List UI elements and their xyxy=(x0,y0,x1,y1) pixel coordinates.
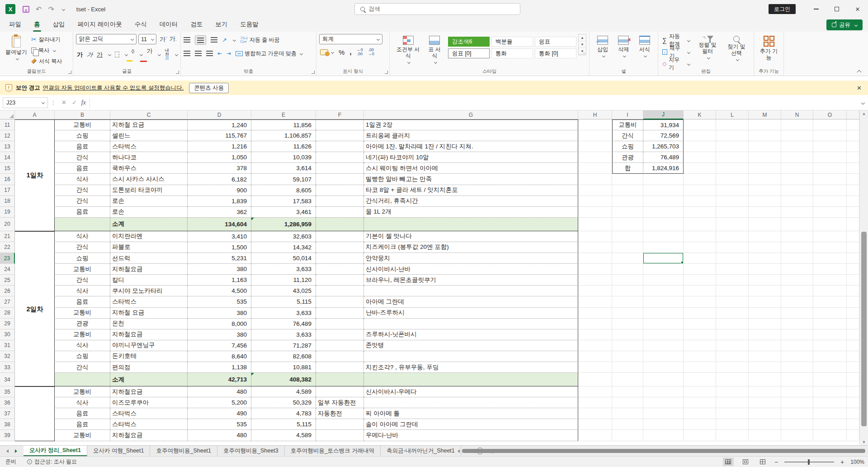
ribbon-tab-데이터[interactable]: 데이터 xyxy=(153,18,184,32)
cell-F36[interactable]: 일부 자동환전 xyxy=(316,397,364,408)
cell-H24[interactable] xyxy=(578,264,612,275)
cell-O17[interactable] xyxy=(813,185,847,196)
row-header-12[interactable]: 12 xyxy=(0,130,15,141)
cell-I26[interactable] xyxy=(612,286,643,296)
row-header-14[interactable]: 14 xyxy=(0,152,15,163)
cell-L32[interactable] xyxy=(716,351,749,362)
cell-O14[interactable] xyxy=(813,152,847,163)
cell-G37[interactable]: 찌 아아메 톨 xyxy=(364,408,578,419)
gallery-down-icon[interactable]: ▼ xyxy=(579,41,586,48)
cell-L23[interactable] xyxy=(716,253,749,264)
cell-L20[interactable] xyxy=(716,218,749,231)
cell-A15[interactable] xyxy=(15,163,55,174)
cell-M14[interactable] xyxy=(749,152,781,163)
cell-A21[interactable] xyxy=(15,231,55,242)
cell-C28[interactable]: 지하철 요금 xyxy=(110,308,188,319)
cell-K13[interactable] xyxy=(684,141,716,152)
cell-H32[interactable] xyxy=(578,351,612,362)
cell-G11[interactable]: 1일권 2장 xyxy=(364,119,578,130)
zoom-in-button[interactable]: + xyxy=(840,458,844,466)
column-header-J[interactable]: J xyxy=(643,110,684,119)
cell-N16[interactable] xyxy=(781,174,813,185)
cell-K31[interactable] xyxy=(684,340,716,351)
cell-J31[interactable] xyxy=(643,340,684,351)
cell-G17[interactable]: 타코 8알 + 콜라 세트 / 앗치치혼포 xyxy=(364,185,578,196)
sheet-tab[interactable]: 축의금-내꺼아닌거_Sheet1 xyxy=(381,446,461,456)
cell-N38[interactable] xyxy=(781,419,813,430)
cell-O22[interactable] xyxy=(813,242,847,253)
cell-D11[interactable]: 1,240 xyxy=(188,119,251,130)
cell-G19[interactable]: 물 1L 2개 xyxy=(364,207,578,218)
cell-P20[interactable] xyxy=(847,218,859,231)
row-header-21[interactable]: 21 xyxy=(0,231,15,242)
cell-C17[interactable]: 도톤보리 타코야끼 xyxy=(110,185,188,196)
cell-C34[interactable]: 소계 xyxy=(110,373,188,386)
cell-H17[interactable] xyxy=(578,185,612,196)
cell-L37[interactable] xyxy=(716,408,749,419)
cell-D28[interactable]: 380 xyxy=(188,308,251,319)
cell-A17[interactable] xyxy=(15,185,55,196)
cell-L19[interactable] xyxy=(716,207,749,218)
cell-O21[interactable] xyxy=(813,231,847,242)
center-align-icon[interactable] xyxy=(195,51,202,52)
cell-P18[interactable] xyxy=(847,196,859,207)
cell-M25[interactable] xyxy=(749,275,781,286)
cell-G33[interactable]: 치킨조각? , 유부우동, 푸딩 xyxy=(364,362,578,373)
cell-F15[interactable] xyxy=(316,163,364,174)
cell-I35[interactable] xyxy=(612,386,643,397)
cell-J25[interactable] xyxy=(643,275,684,286)
cell-H33[interactable] xyxy=(578,362,612,373)
cell-B26[interactable]: 식사 xyxy=(55,286,110,296)
row-header-32[interactable]: 32 xyxy=(0,351,15,362)
row-header-26[interactable]: 26 xyxy=(0,286,15,296)
cell-H27[interactable] xyxy=(578,296,612,307)
cell-J39[interactable] xyxy=(643,430,684,441)
row-header-29[interactable]: 29 xyxy=(0,319,15,329)
cell-C15[interactable]: 쿡하우스 xyxy=(110,163,188,174)
cell-N30[interactable] xyxy=(781,329,813,340)
cell-O29[interactable] xyxy=(813,319,847,329)
cell-E28[interactable]: 3,633 xyxy=(251,308,316,319)
orientation-icon[interactable]: ↗ xyxy=(222,37,227,43)
cell-P30[interactable] xyxy=(847,329,859,340)
cell-O12[interactable] xyxy=(813,130,847,141)
cell-L25[interactable] xyxy=(716,275,749,286)
cell-D20[interactable]: 134,604 xyxy=(188,218,251,231)
cell-A26[interactable] xyxy=(15,286,55,296)
bottom-align-icon[interactable] xyxy=(211,37,217,38)
enter-icon[interactable]: ✓ xyxy=(72,99,77,106)
collapse-ribbon-chevron-icon[interactable] xyxy=(857,70,862,75)
cell-L15[interactable] xyxy=(716,163,749,174)
cell-L27[interactable] xyxy=(716,296,749,307)
cell-E37[interactable]: 4,783 xyxy=(251,408,316,419)
cell-K25[interactable] xyxy=(684,275,716,286)
cell-K20[interactable] xyxy=(684,218,716,231)
row-header-35[interactable]: 35 xyxy=(0,386,15,397)
cell-C38[interactable]: 스타벅스 xyxy=(110,419,188,430)
increase-decimal-button[interactable]: ←0.00 xyxy=(357,48,363,56)
cell-M31[interactable] xyxy=(749,340,781,351)
cell-G12[interactable]: 트리옹페 클러치 xyxy=(364,130,578,141)
cell-A34[interactable] xyxy=(15,373,55,386)
cell-F23[interactable] xyxy=(316,253,364,264)
cell-O37[interactable] xyxy=(813,408,847,419)
cell-I27[interactable] xyxy=(612,296,643,307)
share-button[interactable]: 공유 xyxy=(826,19,863,30)
middle-align-icon[interactable] xyxy=(195,35,206,45)
cell-E34[interactable]: 408,382 xyxy=(251,373,316,386)
cell-C39[interactable]: 지하철요금 xyxy=(110,430,188,441)
row-header-30[interactable]: 30 xyxy=(0,329,15,340)
cell-F17[interactable] xyxy=(316,185,364,196)
cell-H39[interactable] xyxy=(578,430,612,441)
cell-P25[interactable] xyxy=(847,275,859,286)
cell-N35[interactable] xyxy=(781,386,813,397)
format-painter-button[interactable]: 서식 복사 xyxy=(30,56,63,67)
cell-K16[interactable] xyxy=(684,174,716,185)
cell-style-chip[interactable]: 쉼표 xyxy=(535,37,576,47)
column-header-O[interactable]: O xyxy=(813,110,847,119)
cell-G15[interactable]: 스시 웨이팅 하면서 아아메 xyxy=(364,163,578,174)
cell-N17[interactable] xyxy=(781,185,813,196)
cell-J36[interactable] xyxy=(643,397,684,408)
cell-N22[interactable] xyxy=(781,242,813,253)
cell-style-chip[interactable]: 쉼표 [0] xyxy=(448,48,490,58)
